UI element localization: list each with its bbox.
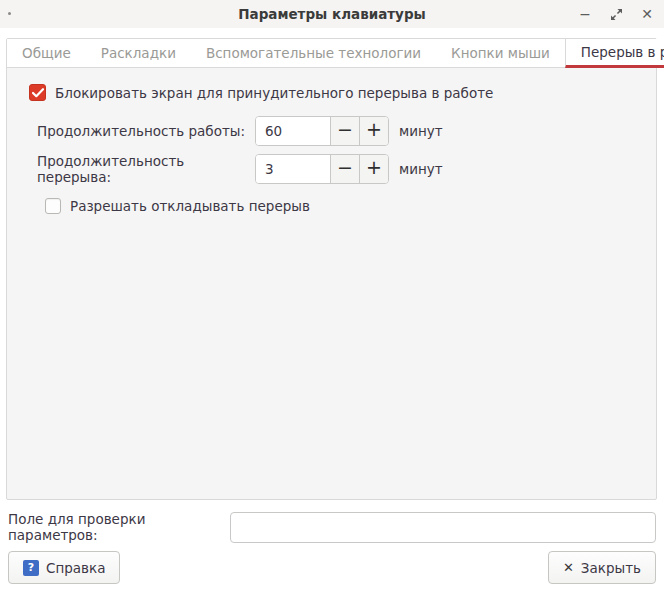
work-duration-increase-button[interactable]: + xyxy=(359,117,388,145)
close-button-label: Закрыть xyxy=(581,560,641,576)
work-duration-label: Продолжительность работы: xyxy=(37,123,255,139)
work-duration-unit: минут xyxy=(399,123,443,139)
tab-accessibility[interactable]: Вспомогательные технологии xyxy=(191,39,436,67)
postpone-label: Разрешать откладывать перерыв xyxy=(70,198,310,214)
postpone-checkbox[interactable] xyxy=(45,198,61,214)
tab-mouse-keys[interactable]: Кнопки мыши xyxy=(436,39,565,67)
tab-general[interactable]: Общие xyxy=(7,39,86,67)
work-duration-input[interactable] xyxy=(256,117,330,145)
break-duration-unit: минут xyxy=(399,161,443,177)
postpone-row[interactable]: Разрешать откладывать перерыв xyxy=(45,198,656,214)
titlebar: Параметры клавиатуры − ✕ xyxy=(0,0,664,28)
test-field-input[interactable] xyxy=(230,512,656,543)
close-button[interactable]: ✕ Закрыть xyxy=(548,551,656,584)
break-duration-decrease-button[interactable]: − xyxy=(330,155,359,183)
work-duration-decrease-button[interactable]: − xyxy=(330,117,359,145)
lock-screen-label: Блокировать экран для принудительного пе… xyxy=(55,85,493,101)
typing-break-page: Блокировать экран для принудительного пе… xyxy=(7,68,656,214)
tab-strip: Общие Раскладки Вспомогательные технолог… xyxy=(7,39,656,68)
work-duration-spinbutton: − + xyxy=(255,116,389,146)
tab-typing-break[interactable]: Перерыв в работе xyxy=(565,39,664,68)
lock-screen-row[interactable]: Блокировать экран для принудительного пе… xyxy=(29,84,656,101)
close-window-button[interactable]: ✕ xyxy=(636,3,658,25)
test-field-row: Поле для проверки параметров: xyxy=(8,511,656,543)
help-button-label: Справка xyxy=(46,560,105,576)
maximize-button[interactable] xyxy=(605,3,627,25)
help-button[interactable]: ? Справка xyxy=(8,551,120,584)
break-duration-input[interactable] xyxy=(256,155,330,183)
window-controls: − ✕ xyxy=(574,0,658,28)
lock-screen-checkbox[interactable] xyxy=(29,84,46,101)
preferences-notebook: Общие Раскладки Вспомогательные технолог… xyxy=(6,38,657,500)
close-icon: ✕ xyxy=(563,560,574,575)
help-icon: ? xyxy=(23,560,39,576)
minimize-button[interactable]: − xyxy=(574,3,596,25)
break-duration-increase-button[interactable]: + xyxy=(359,155,388,183)
tab-layouts[interactable]: Раскладки xyxy=(86,39,191,67)
break-duration-label: Продолжительность перерыва: xyxy=(37,153,255,185)
break-duration-row: Продолжительность перерыва: − + минут xyxy=(37,153,656,184)
window-title: Параметры клавиатуры xyxy=(0,6,664,22)
test-field-label: Поле для проверки параметров: xyxy=(8,511,230,543)
dialog-footer: ? Справка ✕ Закрыть xyxy=(8,551,656,584)
break-duration-spinbutton: − + xyxy=(255,154,389,184)
work-duration-row: Продолжительность работы: − + минут xyxy=(37,115,656,146)
